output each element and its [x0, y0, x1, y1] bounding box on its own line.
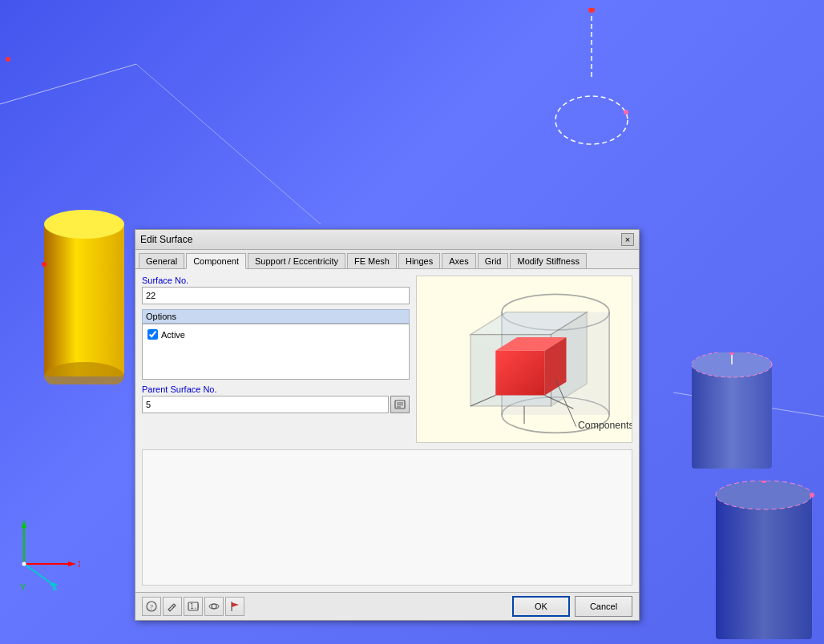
svg-line-8: [0, 64, 136, 104]
toolbar-icon-group: ? 1.0: [142, 597, 244, 616]
parent-surface-input[interactable]: [142, 396, 389, 413]
options-area: Active: [142, 324, 410, 380]
svg-point-1: [555, 96, 628, 144]
flag-icon-button[interactable]: [225, 597, 244, 616]
tab-hinges[interactable]: Hinges: [398, 253, 440, 268]
svg-line-27: [24, 564, 52, 584]
svg-text:1.0: 1.0: [190, 603, 199, 610]
svg-text:Components: Components: [578, 420, 632, 431]
blue-cylinder-1: [688, 352, 776, 475]
svg-marker-22: [68, 561, 76, 566]
edit-surface-dialog: Edit Surface × General Component Support…: [135, 229, 640, 621]
parent-surface-label: Parent Surface No.: [142, 384, 410, 394]
parent-surface-row: [142, 396, 410, 413]
component-svg: Components: [417, 276, 632, 442]
help-icon-button[interactable]: ?: [142, 597, 161, 616]
tab-grid[interactable]: Grid: [478, 253, 509, 268]
svg-point-58: [209, 604, 219, 609]
lower-area: [142, 449, 632, 586]
surface-no-label: Surface No.: [142, 276, 410, 285]
svg-rect-4: [44, 224, 124, 376]
dashed-shape-top: [551, 8, 632, 184]
tab-general[interactable]: General: [139, 253, 184, 268]
svg-point-3: [624, 110, 628, 115]
svg-text:?: ?: [150, 603, 153, 611]
parent-surface-browse-button[interactable]: [390, 396, 410, 413]
close-button[interactable]: ×: [621, 233, 634, 246]
svg-point-11: [6, 57, 10, 62]
active-label: Active: [161, 330, 185, 340]
svg-point-18: [716, 481, 812, 509]
svg-rect-13: [692, 364, 772, 469]
dialog-buttons: OK Cancel: [512, 596, 632, 617]
left-panel: Surface No. Options Active Parent Surfac…: [142, 276, 410, 443]
svg-text:Z: Z: [52, 582, 58, 592]
surface-no-input[interactable]: [142, 287, 410, 304]
tab-fe-mesh[interactable]: FE Mesh: [347, 253, 397, 268]
svg-point-7: [42, 262, 46, 267]
tab-modify-stiffness[interactable]: Modify Stiffness: [510, 253, 586, 268]
svg-line-9: [136, 64, 321, 224]
svg-text:Y: Y: [20, 582, 26, 592]
tab-axes[interactable]: Axes: [442, 253, 475, 268]
svg-point-2: [588, 8, 595, 13]
tab-component[interactable]: Component: [186, 253, 246, 269]
ok-button[interactable]: OK: [512, 596, 570, 617]
cancel-button[interactable]: Cancel: [575, 596, 632, 617]
parent-surface-section: Parent Surface No.: [142, 384, 410, 413]
svg-marker-25: [22, 520, 26, 528]
options-header: Options: [142, 309, 410, 324]
surface-no-section: Surface No.: [142, 276, 410, 304]
svg-line-54: [172, 606, 174, 607]
svg-rect-44: [495, 351, 544, 396]
coordinate-axes: X Y Z: [8, 520, 80, 592]
options-section: Options Active: [142, 309, 410, 380]
numbering-icon-button[interactable]: 1.0: [184, 597, 203, 616]
view-icon-button[interactable]: [204, 597, 224, 616]
component-illustration-panel: Components: [416, 276, 632, 443]
svg-point-20: [810, 493, 814, 497]
edit-icon-button[interactable]: [163, 597, 182, 616]
svg-rect-17: [716, 495, 812, 639]
active-checkbox-row[interactable]: Active: [147, 329, 404, 340]
svg-point-30: [22, 562, 26, 566]
blue-cylinder-2: [712, 481, 816, 643]
svg-point-57: [212, 604, 216, 609]
yellow-cylinder: [36, 208, 132, 387]
svg-point-5: [44, 210, 124, 239]
bottom-toolbar: ? 1.0: [135, 592, 639, 620]
dialog-titlebar: Edit Surface ×: [135, 230, 639, 250]
dialog-body: Surface No. Options Active Parent Surfac…: [135, 269, 639, 449]
tabs-bar: General Component Support / Eccentricity…: [135, 250, 639, 269]
svg-text:X: X: [78, 559, 80, 569]
active-checkbox[interactable]: [147, 329, 158, 340]
tab-support-eccentricity[interactable]: Support / Eccentricity: [248, 253, 345, 268]
svg-marker-60: [232, 602, 239, 607]
dialog-title: Edit Surface: [140, 234, 192, 245]
